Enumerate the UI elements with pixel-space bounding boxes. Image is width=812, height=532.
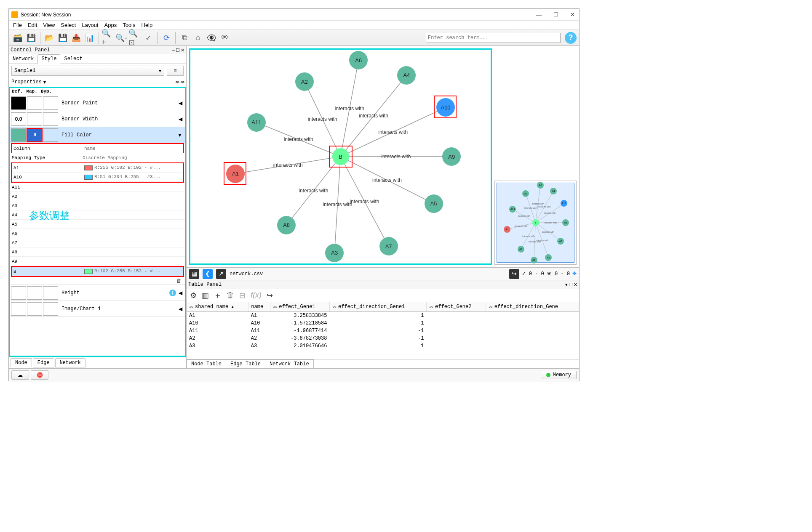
mapping-row-a2[interactable]: A2 xyxy=(10,192,185,201)
node-a9[interactable]: A9 xyxy=(442,147,461,166)
stop-icon[interactable]: ⛔ xyxy=(31,370,48,380)
subtab-edge[interactable]: Edge xyxy=(33,358,54,367)
open-icon[interactable]: 📂 xyxy=(43,32,56,44)
table-row[interactable]: A11A11-1.96877414-1 xyxy=(187,327,579,335)
node-a3[interactable]: A3 xyxy=(325,244,344,262)
tp-min-icon[interactable]: ▾ xyxy=(565,282,568,287)
panel-float-icon[interactable]: ☐ xyxy=(176,48,180,53)
menu-layout[interactable]: Layout xyxy=(79,21,101,29)
info-icon[interactable]: i xyxy=(169,290,176,296)
menu-file[interactable]: File xyxy=(11,21,24,29)
style-selector[interactable]: Sample1▾ xyxy=(11,66,164,76)
grid-view-icon[interactable]: ▦ xyxy=(189,269,199,279)
gear-icon[interactable]: ⚙ xyxy=(190,291,197,300)
window-minimize[interactable]: — xyxy=(534,11,543,18)
mapping-row-a5[interactable]: A5 xyxy=(10,220,185,229)
node-a11[interactable]: A11 xyxy=(247,113,266,132)
mapping-row-a3[interactable]: A3 xyxy=(10,201,185,210)
table-row[interactable]: A10A10-1.572218584-1 xyxy=(187,319,579,327)
zoom-fit-icon[interactable]: 🔍⊡ xyxy=(128,32,141,44)
properties-label[interactable]: Properties xyxy=(11,79,42,85)
table-row[interactable]: A3A32.0104766461 xyxy=(187,342,579,350)
delete-mapping-icon[interactable]: 🗑 xyxy=(176,278,182,284)
mapping-row-a7[interactable]: A7 xyxy=(10,238,185,247)
tab-select[interactable]: Select xyxy=(60,54,86,64)
tab-node-table[interactable]: Node Table xyxy=(187,359,226,368)
prop-image-chart[interactable]: Image/Chart 1 ◀ xyxy=(10,301,185,317)
tab-network[interactable]: Network xyxy=(9,54,37,64)
menu-help[interactable]: Help xyxy=(139,21,155,29)
network-view[interactable]: BA6A4A2A10A11A9A1A5A8A7A3 interacts with… xyxy=(189,48,492,265)
node-a4[interactable]: A4 xyxy=(397,66,416,85)
function-icon[interactable]: f(x) xyxy=(251,291,262,300)
tab-network-table[interactable]: Network Table xyxy=(265,359,314,368)
mapping-row-a6[interactable]: A6 xyxy=(10,229,185,238)
menu-edit[interactable]: Edit xyxy=(25,21,40,29)
table-row[interactable]: A2A2-3.878273038-1 xyxy=(187,335,579,342)
export-icon[interactable]: ↪ xyxy=(509,269,519,279)
mapping-row-a4[interactable]: A4 xyxy=(10,210,185,220)
mapping-row-b[interactable]: B R:102 G:255 B:153 - #... xyxy=(12,267,183,276)
menu-tools[interactable]: Tools xyxy=(120,21,138,29)
apply-layout-icon[interactable]: ✓ xyxy=(142,32,155,44)
trash-icon[interactable]: 🗑 xyxy=(227,291,234,300)
tab-edge-table[interactable]: Edge Table xyxy=(226,359,265,368)
columns-icon[interactable]: ▥ xyxy=(202,291,209,300)
mapping-type-row[interactable]: Mapping Type Discrete Mapping xyxy=(10,153,185,162)
refresh-icon[interactable]: ⟳ xyxy=(160,32,173,44)
save-session-icon[interactable]: 💾 xyxy=(25,32,37,44)
subtab-node[interactable]: Node xyxy=(11,358,32,367)
subtab-network[interactable]: Network xyxy=(55,358,85,367)
mapping-row-a9[interactable]: A9 xyxy=(10,257,185,266)
table-row[interactable]: A1A13.2583338451 xyxy=(187,312,579,320)
prop-height[interactable]: Height i ◀ xyxy=(10,285,185,301)
bird-eye-view[interactable]: BA6interacts withA4interacts withA2inter… xyxy=(494,181,577,265)
save-icon[interactable]: 💾 xyxy=(56,32,69,44)
tab-style[interactable]: Style xyxy=(37,54,60,64)
home-icon[interactable]: ⌂ xyxy=(192,32,204,44)
node-a2[interactable]: A2 xyxy=(295,72,314,91)
style-menu-button[interactable]: ≡ xyxy=(167,66,184,76)
node-a8[interactable]: A8 xyxy=(277,216,296,234)
window-maximize[interactable]: ☐ xyxy=(552,11,560,18)
import-table-icon[interactable]: 📊 xyxy=(83,32,96,44)
fit-selected-icon[interactable]: ✥ xyxy=(572,271,577,277)
import-network-icon[interactable]: 📥 xyxy=(70,32,83,44)
zoom-out-icon[interactable]: 🔍- xyxy=(115,32,128,44)
memory-button[interactable]: Memory xyxy=(541,371,577,379)
export-table-icon[interactable]: ↪ xyxy=(267,291,273,300)
prop-fill-color[interactable]: ⠿ Fill Color ▼ xyxy=(10,127,185,143)
menu-select[interactable]: Select xyxy=(58,21,78,29)
menu-view[interactable]: View xyxy=(40,21,57,29)
mapping-row-a11[interactable]: A11 xyxy=(10,183,185,192)
prop-border-paint[interactable]: Border Paint ◀ xyxy=(10,95,185,111)
cloud-icon[interactable]: ☁ xyxy=(11,370,29,380)
add-icon[interactable]: ＋ xyxy=(214,290,222,301)
new-session-icon[interactable]: 🗃️ xyxy=(11,32,24,44)
prop-border-width[interactable]: 0.0 Border Width ◀ xyxy=(10,111,185,127)
mapping-column-row[interactable]: Column name xyxy=(12,144,183,153)
node-a6[interactable]: A6 xyxy=(349,51,368,69)
search-input[interactable] xyxy=(426,33,561,43)
first-neighbors-icon[interactable]: ⧉ xyxy=(178,32,191,44)
node-a5[interactable]: A5 xyxy=(425,194,443,213)
node-b[interactable]: B xyxy=(332,148,349,165)
window-close[interactable]: ✕ xyxy=(569,11,577,18)
mapping-row-a1[interactable]: A1 R:255 G:102 B:102 - #... xyxy=(12,163,183,173)
node-a7[interactable]: A7 xyxy=(379,237,398,255)
show-icon[interactable]: 👁 xyxy=(219,32,231,44)
tp-float-icon[interactable]: ☐ xyxy=(569,282,573,287)
zoom-in-icon[interactable]: 🔍+ xyxy=(102,32,114,44)
mapping-row-a10[interactable]: A10 R:51 G:204 B:255 - #3... xyxy=(12,173,183,182)
clear-icon[interactable]: ⊟ xyxy=(239,291,246,300)
detach-icon[interactable]: ↗ xyxy=(216,269,226,279)
data-table[interactable]: ⫘shared name ▲ name ⫘effect_Gene1 ⫘effec… xyxy=(187,302,579,350)
tp-close-icon[interactable]: ✕ xyxy=(574,282,577,287)
help-icon[interactable]: ? xyxy=(565,32,577,44)
mapping-row-a8[interactable]: A8 xyxy=(10,247,185,257)
panel-min-icon[interactable]: — xyxy=(172,48,175,53)
menu-apps[interactable]: Apps xyxy=(102,21,120,29)
share-icon[interactable]: ❮ xyxy=(203,269,213,279)
hide-icon[interactable]: 👁‍🗨 xyxy=(205,32,218,44)
panel-close-icon[interactable]: ✕ xyxy=(181,48,184,53)
